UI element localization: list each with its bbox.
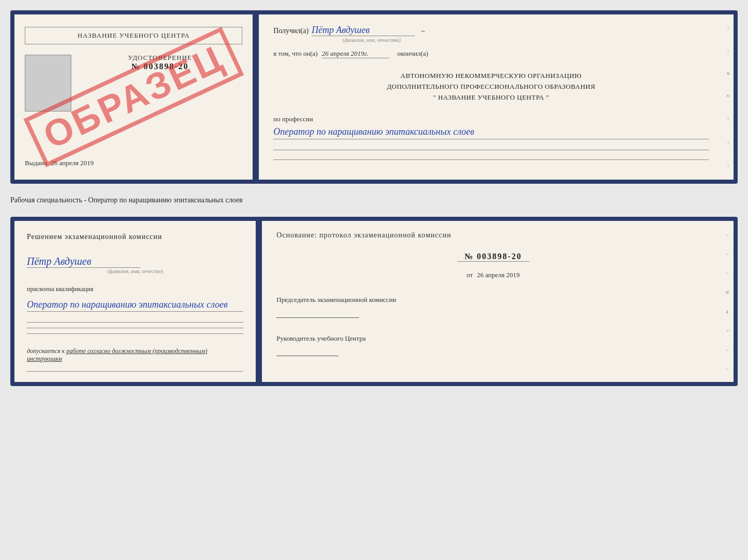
cert-issued-label: Выдано: [25, 159, 47, 167]
qual-protocol-num-val: № 003898-20: [457, 252, 529, 262]
side-mark-6: –: [725, 142, 731, 145]
side-mark-7: –: [725, 164, 731, 167]
qual-date-value: 26 апреля 2019: [477, 271, 520, 279]
side-dash-5: а: [726, 308, 732, 314]
cert-doc-type: УДОСТОВЕРЕНИЕ: [128, 54, 192, 62]
cert-org-line1: АВТОНОМНУЮ НЕКОММЕРЧЕСКУЮ ОРГАНИЗАЦИЮ: [273, 71, 709, 82]
side-mark-5: ←: [725, 117, 731, 122]
cert-date-label: в том, что он(а): [273, 50, 318, 58]
spine-divider-2: [257, 221, 262, 382]
qual-line-bottom: [27, 371, 243, 372]
cert-profession-block: по профессии Оператор по наращиванию эпи…: [273, 115, 709, 139]
side-dash-3: –: [726, 269, 732, 276]
side-dash-7: –: [726, 346, 732, 353]
qual-line-2: [27, 328, 243, 328]
cert-right-panel: Получил(а) Пётр Авдушев (фамилия, имя, о…: [259, 14, 723, 180]
qual-sig-line-1: [276, 317, 359, 318]
cert-issued-date: 26 апреля 2019: [51, 159, 94, 167]
qualification-card: Решением экзаменационной комиссии Пётр А…: [10, 217, 738, 386]
qual-right-panel: Основание: протокол экзаменационной коми…: [262, 221, 724, 382]
qual-date-prefix: от: [466, 271, 473, 279]
qual-person-name: Пётр Авдушев: [27, 255, 141, 268]
side-dash-2: –: [726, 250, 732, 257]
qual-admission-label: допускается к: [27, 347, 65, 355]
cert-finished-label: окончил(а): [397, 50, 428, 58]
cert-org-line2: ДОПОЛНИТЕЛЬНОГО ПРОФЕССИОНАЛЬНОГО ОБРАЗО…: [273, 82, 709, 92]
qual-assigned-label: присвоена квалификация: [27, 285, 243, 293]
cert-date-line: в том, что он(а) 26 апреля 2019г. окончи…: [273, 50, 709, 58]
cert-issued-line: Выдано 26 апреля 2019: [25, 159, 242, 167]
cert-school-name: НАЗВАНИЕ УЧЕБНОГО ЦЕНТРА: [25, 27, 242, 44]
cert-org-name: " НАЗВАНИЕ УЧЕБНОГО ЦЕНТРА ": [273, 92, 709, 103]
qual-basis-label: Основание: протокол экзаменационной коми…: [276, 231, 710, 239]
side-mark-2: –: [725, 50, 731, 52]
cert-photo: [25, 55, 71, 111]
qual-line-1: [27, 322, 243, 323]
side-dash-1: –: [726, 231, 732, 237]
qual-line-3: [27, 333, 243, 334]
cert-org-block: АВТОНОМНУЮ НЕКОММЕРЧЕСКУЮ ОРГАНИЗАЦИЮ ДО…: [273, 71, 709, 103]
right-side-marks-2: – – – и а ← – –: [724, 221, 734, 382]
page-wrapper: НАЗВАНИЕ УЧЕБНОГО ЦЕНТРА УДОСТОВЕРЕНИЕ №…: [10, 10, 738, 386]
side-mark-4: а: [725, 94, 731, 97]
cert-id-box: УДОСТОВЕРЕНИЕ № 003898-20: [128, 54, 192, 71]
cert-recipient-line: Получил(а) Пётр Авдушев (фамилия, имя, о…: [273, 25, 709, 36]
side-mark-1: –: [725, 27, 731, 30]
qual-date-line: от 26 апреля 2019: [276, 271, 710, 279]
side-dash-6: ←: [726, 327, 732, 333]
cert-date-value: 26 апреля 2019г.: [322, 50, 389, 58]
qual-protocol-num-block: № 003898-20: [276, 252, 710, 262]
cert-received-label: Получил(а): [273, 27, 308, 35]
qual-admission: допускается к работе согласно должностны…: [27, 347, 243, 363]
side-dash-4: и: [726, 289, 732, 295]
side-mark-3: и: [725, 72, 731, 75]
cert-recipient-sub: (фамилия, имя, отчество): [342, 37, 400, 43]
qual-decision-label: Решением экзаменационной комиссии: [27, 231, 243, 242]
spine-divider: [254, 14, 259, 180]
separator-text: Рабочая специальность - Оператор по нара…: [10, 193, 738, 207]
qual-director-label: Руководитель учебного Центра: [276, 333, 710, 344]
cert-left-panel: НАЗВАНИЕ УЧЕБНОГО ЦЕНТРА УДОСТОВЕРЕНИЕ №…: [14, 14, 254, 180]
cert-profession-value: Оператор по наращиванию эпитаксиальных с…: [273, 125, 709, 139]
cert-recipient-name: Пётр Авдушев (фамилия, имя, отчество): [311, 25, 415, 36]
cert-dash: –: [421, 27, 425, 35]
cert-doc-number: № 003898-20: [128, 62, 192, 71]
certificate-card: НАЗВАНИЕ УЧЕБНОГО ЦЕНТРА УДОСТОВЕРЕНИЕ №…: [10, 10, 738, 184]
qual-left-panel: Решением экзаменационной комиссии Пётр А…: [14, 221, 257, 382]
cert-profession-label: по профессии: [273, 115, 313, 123]
qual-lines: [27, 322, 243, 334]
qual-sig-line-2: [276, 356, 338, 356]
right-side-marks: – – и а ← – –: [723, 14, 734, 180]
qual-profession-value: Оператор по наращиванию эпитаксиальных с…: [27, 298, 243, 312]
qual-person-sub: (фамилия, имя, отчество): [27, 268, 243, 274]
qual-chairman-label: Председатель экзаменационной комиссии: [276, 295, 710, 305]
side-dash-8: –: [726, 365, 732, 372]
